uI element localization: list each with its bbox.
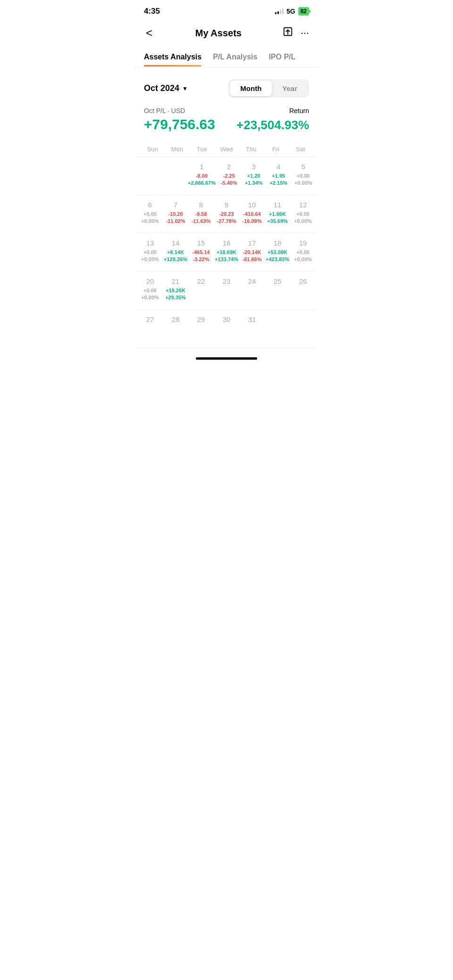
- day-pl-percent: +2.15%: [269, 180, 287, 187]
- calendar-day[interactable]: 7-10.20-11.02%: [163, 200, 188, 228]
- header: < My Assets ···: [134, 20, 319, 48]
- calendar-day[interactable]: 4+1.95+2.15%: [266, 162, 291, 190]
- day-number: 29: [197, 315, 205, 323]
- day-pl-amount: +53.08K: [268, 249, 287, 256]
- calendar-day[interactable]: 22: [188, 276, 214, 305]
- calendar-day[interactable]: 25: [265, 276, 290, 305]
- calendar-day[interactable]: 19+0.00+0.00%: [290, 238, 316, 266]
- pl-values-row: +79,756.63 +23,504.93%: [144, 116, 309, 132]
- period-date-selector[interactable]: Oct 2024 ▼: [144, 83, 188, 93]
- calendar: Sun Mon Tue Wed Thu Fri Sat 1-8.00+2,666…: [134, 140, 319, 348]
- calendar-day: [162, 162, 187, 190]
- calendar-day: [265, 314, 290, 343]
- day-number: 15: [197, 239, 205, 247]
- calendar-day[interactable]: 16+18.69K+133.74%: [214, 238, 239, 266]
- pl-return-value: +23,504.93%: [236, 118, 309, 132]
- tab-assets-analysis[interactable]: Assets Analysis: [144, 48, 201, 67]
- calendar-day[interactable]: 27: [137, 314, 163, 343]
- day-pl-percent: +35.69%: [267, 218, 288, 225]
- calendar-day[interactable]: 18+53.08K+423.83%: [265, 238, 290, 266]
- day-number: 10: [248, 201, 256, 209]
- calendar-day[interactable]: 13+0.00+0.00%: [137, 238, 163, 266]
- pl-section: Oct P/L · USD Return +79,756.63 +23,504.…: [134, 104, 319, 140]
- day-pl-amount: +0.00: [296, 211, 310, 218]
- back-button[interactable]: <: [144, 25, 154, 41]
- day-pl-amount: -9.58: [195, 211, 207, 218]
- day-number: 5: [302, 163, 305, 171]
- calendar-day[interactable]: 12+0.00+0.00%: [290, 200, 316, 228]
- day-pl-percent: +29.35%: [165, 294, 186, 301]
- day-pl-amount: -2.25: [223, 173, 235, 180]
- calendar-week: 6+0.00+0.00%7-10.20-11.02%8-9.58-11.63%9…: [136, 195, 317, 233]
- calendar-day[interactable]: 29: [188, 314, 214, 343]
- day-pl-percent: -61.66%: [243, 256, 262, 263]
- day-pl-percent: +133.74%: [215, 256, 238, 263]
- day-pl-amount: +0.00: [143, 211, 157, 218]
- calendar-day[interactable]: 30: [214, 314, 239, 343]
- day-pl-amount: +0.00: [297, 173, 310, 180]
- day-pl-percent: +0.00%: [141, 294, 159, 301]
- day-pl-percent: +423.83%: [266, 256, 289, 263]
- day-number: 12: [299, 201, 307, 209]
- weekday-mon: Mon: [165, 144, 189, 155]
- day-pl-amount: -410.64: [243, 211, 260, 218]
- day-pl-percent: +0.00%: [294, 218, 312, 225]
- day-number: 16: [223, 239, 231, 247]
- calendar-day[interactable]: 20+0.00+0.00%: [137, 276, 163, 305]
- home-indicator: [196, 357, 257, 360]
- day-number: 22: [197, 277, 205, 285]
- main-tabs: Assets Analysis P/L Analysis IPO P/L: [134, 48, 319, 68]
- calendar-day[interactable]: 6+0.00+0.00%: [137, 200, 163, 228]
- weekday-wed: Wed: [214, 144, 239, 155]
- day-number: 7: [174, 201, 177, 209]
- day-pl-percent: +0.00%: [294, 180, 312, 187]
- calendar-day[interactable]: 15-465.14-3.22%: [188, 238, 214, 266]
- day-number: 28: [172, 315, 180, 323]
- pl-amount: +79,756.63: [144, 116, 215, 132]
- share-icon[interactable]: [283, 26, 293, 40]
- weekday-thu: Thu: [239, 144, 263, 155]
- day-number: 13: [146, 239, 154, 247]
- day-number: 30: [223, 315, 231, 323]
- day-number: 9: [225, 201, 228, 209]
- calendar-day[interactable]: 8-9.58-11.63%: [188, 200, 214, 228]
- calendar-day[interactable]: 23: [214, 276, 239, 305]
- calendar-day[interactable]: 2-2.25-5.40%: [217, 162, 242, 190]
- day-pl-percent: -27.78%: [217, 218, 236, 225]
- calendar-day[interactable]: 9-20.23-27.78%: [214, 200, 239, 228]
- calendar-day[interactable]: 26: [290, 276, 316, 305]
- calendar-day[interactable]: 17-20.14K-61.66%: [239, 238, 265, 266]
- toggle-month-button[interactable]: Month: [230, 81, 272, 96]
- day-pl-amount: -10.20: [168, 211, 183, 218]
- calendar-day[interactable]: 21+19.26K+29.35%: [163, 276, 188, 305]
- calendar-day[interactable]: 31: [239, 314, 265, 343]
- toggle-year-button[interactable]: Year: [272, 81, 308, 96]
- day-pl-amount: +0.00: [296, 249, 310, 256]
- calendar-day[interactable]: 11+1.66K+35.69%: [265, 200, 290, 228]
- day-pl-amount: +18.69K: [217, 249, 236, 256]
- calendar-day[interactable]: 3+1.20+1.34%: [242, 162, 266, 190]
- calendar-day[interactable]: 10-410.64-16.09%: [239, 200, 265, 228]
- calendar-week: 13+0.00+0.00%14+8.14K+129.26%15-465.14-3…: [136, 233, 317, 272]
- day-pl-amount: +0.00: [143, 287, 157, 294]
- weekday-fri: Fri: [263, 144, 288, 155]
- day-pl-amount: +1.20: [247, 173, 260, 180]
- calendar-day[interactable]: 5+0.00+0.00%: [291, 162, 316, 190]
- tab-pl-analysis[interactable]: P/L Analysis: [213, 48, 257, 67]
- pl-period-label: Oct P/L · USD: [144, 107, 185, 115]
- period-row: Oct 2024 ▼ Month Year: [134, 75, 319, 104]
- day-pl-amount: +8.14K: [167, 249, 184, 256]
- more-icon[interactable]: ···: [301, 27, 309, 39]
- calendar-day[interactable]: 24: [239, 276, 265, 305]
- day-number: 14: [172, 239, 180, 247]
- weekday-sat: Sat: [288, 144, 313, 155]
- day-pl-amount: -8.00: [196, 173, 208, 180]
- tab-ipo-pl[interactable]: IPO P/L: [268, 48, 295, 67]
- status-bar: 4:35 5G 82: [134, 0, 319, 20]
- calendar-day[interactable]: 28: [163, 314, 188, 343]
- status-time: 4:35: [144, 7, 160, 16]
- calendar-day[interactable]: 1-8.00+2,666.67%: [187, 162, 217, 190]
- day-pl-percent: -11.63%: [192, 218, 211, 225]
- day-number: 11: [274, 201, 282, 209]
- calendar-day[interactable]: 14+8.14K+129.26%: [163, 238, 188, 266]
